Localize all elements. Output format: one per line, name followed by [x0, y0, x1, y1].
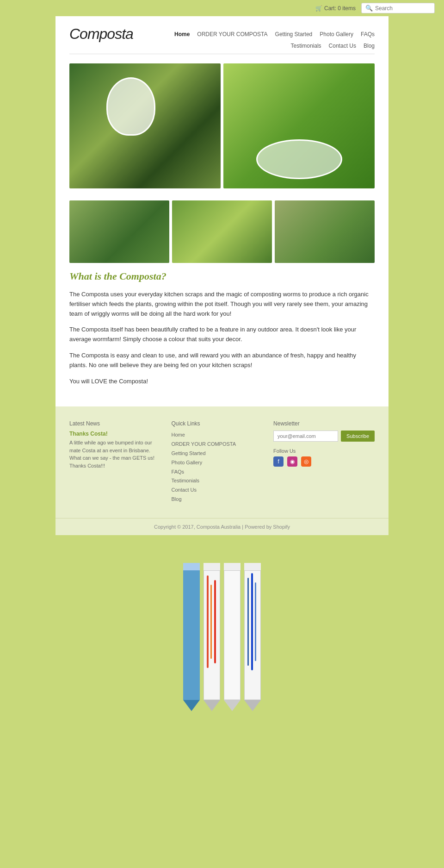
footer-news-article-text: A little while ago we bumped into our ma…: [69, 439, 162, 469]
section-heading: What is the Composta?: [69, 270, 375, 282]
footer-link-faqs[interactable]: FAQs: [172, 468, 265, 477]
rss-icon[interactable]: ◎: [301, 456, 311, 467]
cart-link[interactable]: 🛒 Cart: 0 items: [315, 5, 356, 12]
footer-link-home[interactable]: Home: [172, 431, 265, 440]
footer-link-contact-us[interactable]: Contact Us: [172, 486, 265, 495]
main-container: Composta Home ORDER YOUR COMPOSTA Gettin…: [56, 16, 388, 406]
nav-links: Home ORDER YOUR COMPOSTA Getting Started…: [174, 31, 375, 37]
footer-newsletter-title: Newsletter: [273, 420, 375, 427]
follow-us-label: Follow Us: [273, 448, 375, 454]
footer-newsletter: Newsletter Subscribe Follow Us f ◉ ◎: [273, 420, 375, 504]
search-icon: 🔍: [365, 5, 373, 12]
nav-blog[interactable]: Blog: [364, 43, 375, 49]
site-logo[interactable]: Composta: [69, 25, 133, 43]
nav-testimonials[interactable]: Testimonials: [291, 43, 321, 49]
pencil-white-red: [204, 563, 220, 711]
social-icons: f ◉ ◎: [273, 456, 375, 467]
site-footer: Latest News Thanks Costa! A little while…: [56, 406, 388, 518]
footer-link-photo-gallery[interactable]: Photo Gallery: [172, 458, 265, 468]
hero-image-left: [69, 63, 221, 188]
nav-home[interactable]: Home: [174, 31, 190, 37]
footer-links-list: Home ORDER YOUR COMPOSTA Getting Started…: [172, 431, 265, 504]
footer-news-article-title[interactable]: Thanks Costa!: [69, 431, 162, 437]
facebook-icon[interactable]: f: [273, 456, 284, 467]
copyright-bar: Copyright © 2017, Composta Australia | P…: [56, 518, 388, 535]
site-header: Composta Home ORDER YOUR COMPOSTA Gettin…: [56, 16, 388, 54]
footer-link-getting-started[interactable]: Getting Started: [172, 449, 265, 458]
content-section: What is the Composta? The Composta uses …: [56, 270, 388, 406]
content-paragraph-3: The Composta is easy and clean to use, a…: [69, 351, 375, 370]
nav-photo-gallery[interactable]: Photo Gallery: [320, 31, 353, 37]
newsletter-form: Subscribe: [273, 431, 375, 442]
newsletter-email-input[interactable]: [273, 431, 338, 442]
nav-wrapper: Composta Home ORDER YOUR COMPOSTA Gettin…: [69, 25, 375, 43]
nav-row-2: Testimonials Contact Us Blog: [69, 43, 375, 54]
footer-latest-news: Latest News Thanks Costa! A little while…: [69, 420, 162, 504]
footer-quicklinks-title: Quick Links: [172, 420, 265, 427]
cart-icon: 🛒: [315, 5, 322, 12]
pencil-blue: [183, 563, 200, 711]
content-paragraph-4: You will LOVE the Composta!: [69, 377, 375, 387]
bottom-decorative-area: [0, 535, 444, 813]
top-bar: 🛒 Cart: 0 items 🔍: [0, 0, 444, 16]
copyright-text: Copyright © 2017, Composta Australia |: [154, 524, 243, 530]
search-box: 🔍: [361, 3, 435, 13]
nav-contact-us[interactable]: Contact Us: [329, 43, 356, 49]
gallery-image-people: [69, 200, 169, 263]
cart-text: Cart: 0 items: [324, 5, 356, 12]
pencil-white-blue: [244, 563, 261, 711]
gallery-image-greens: [172, 200, 272, 263]
subscribe-button[interactable]: Subscribe: [341, 431, 375, 442]
nav-getting-started[interactable]: Getting Started: [275, 31, 313, 37]
search-input[interactable]: [375, 5, 431, 12]
footer-link-order[interactable]: ORDER YOUR COMPOSTA: [172, 440, 265, 449]
image-grid-top: [56, 54, 388, 200]
footer-link-blog[interactable]: Blog: [172, 495, 265, 504]
content-paragraph-2: The Composta itself has been beautifully…: [69, 325, 375, 344]
nav-order[interactable]: ORDER YOUR COMPOSTA: [197, 31, 267, 37]
powered-by-text: Powered by Shopify: [245, 524, 290, 530]
image-row-3: [56, 200, 388, 270]
hero-image-right: [223, 63, 375, 188]
footer-news-section-title: Latest News: [69, 420, 162, 427]
pencil-group: [183, 563, 261, 711]
footer-quick-links: Quick Links Home ORDER YOUR COMPOSTA Get…: [172, 420, 265, 504]
footer-link-testimonials[interactable]: Testimonials: [172, 476, 265, 486]
footer-grid: Latest News Thanks Costa! A little while…: [69, 420, 375, 504]
content-paragraph-1: The Composta uses your everyday kitchen …: [69, 290, 375, 318]
pencil-white-plain: [224, 563, 240, 711]
instagram-icon[interactable]: ◉: [287, 456, 297, 467]
nav-faqs[interactable]: FAQs: [361, 31, 375, 37]
gallery-image-kids: [275, 200, 375, 263]
